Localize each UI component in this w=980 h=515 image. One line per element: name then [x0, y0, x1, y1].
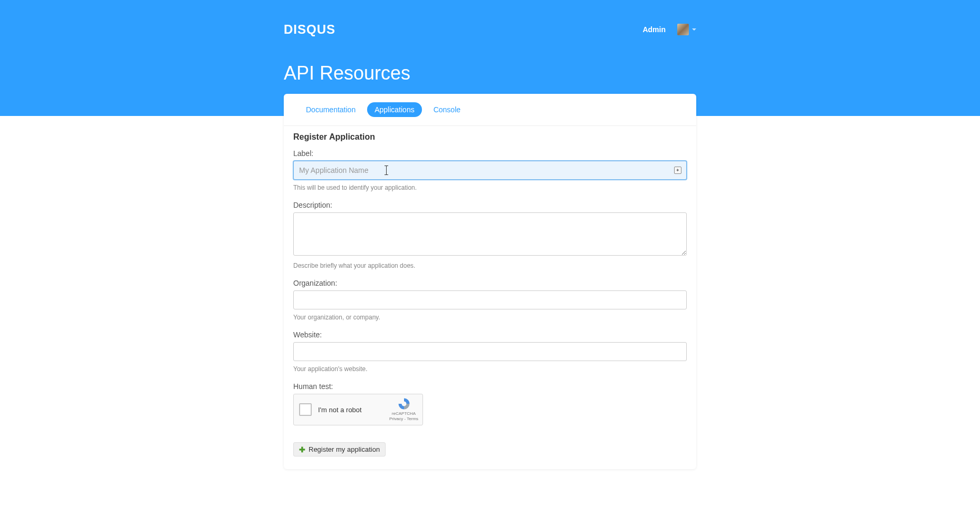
brand-logo[interactable]: DISQUS	[284, 22, 335, 37]
description-help: Describe briefly what your application d…	[293, 262, 687, 269]
register-application-label: Register my application	[309, 445, 380, 453]
recaptcha-label: I'm not a robot	[318, 406, 362, 414]
autofill-icon[interactable]: ✦	[674, 167, 681, 174]
recaptcha-icon	[397, 397, 411, 410]
tab-console[interactable]: Console	[426, 102, 468, 117]
label-input[interactable]	[293, 161, 687, 180]
page-title: API Resources	[284, 62, 696, 84]
organization-help: Your organization, or company.	[293, 314, 687, 321]
human-test-label: Human test:	[293, 382, 687, 391]
website-field-label: Website:	[293, 331, 687, 339]
label-help: This will be used to identify your appli…	[293, 184, 687, 191]
description-field-label: Description:	[293, 201, 687, 209]
website-help: Your application's website.	[293, 365, 687, 373]
organization-input[interactable]	[293, 290, 687, 309]
register-application-button[interactable]: ✚ Register my application	[293, 442, 386, 456]
recaptcha-branding: reCAPTCHA Privacy - Terms	[389, 397, 418, 421]
avatar	[677, 24, 689, 35]
chevron-down-icon	[692, 28, 696, 31]
tab-bar: Documentation Applications Console	[284, 94, 696, 126]
tab-applications[interactable]: Applications	[367, 102, 422, 117]
main-card: Documentation Applications Console Regis…	[284, 94, 696, 469]
user-menu[interactable]	[677, 24, 696, 35]
organization-field-label: Organization:	[293, 279, 687, 287]
plus-icon: ✚	[299, 446, 305, 453]
label-field-label: Label:	[293, 149, 687, 158]
tab-documentation[interactable]: Documentation	[299, 102, 363, 117]
recaptcha-checkbox[interactable]	[299, 403, 312, 416]
description-input[interactable]	[293, 212, 687, 256]
form-heading: Register Application	[293, 132, 687, 142]
admin-link[interactable]: Admin	[642, 25, 666, 34]
recaptcha-widget: I'm not a robot reCAPTCHA Privacy - Term…	[293, 394, 423, 425]
website-input[interactable]	[293, 342, 687, 361]
